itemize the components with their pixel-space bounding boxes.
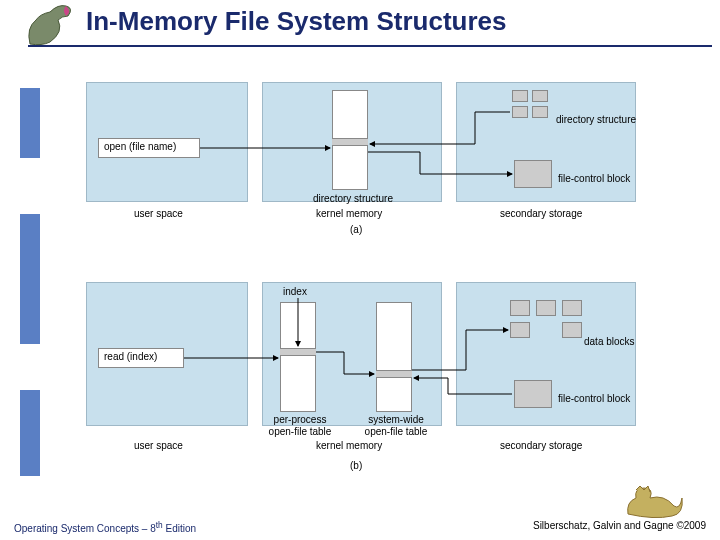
dir-cell <box>512 106 528 118</box>
per-process-table <box>280 302 316 412</box>
caption-a: (a) <box>350 224 362 235</box>
col-user-space-b: user space <box>134 440 183 451</box>
per-process-stripe <box>280 348 316 356</box>
system-wide-table <box>376 302 412 412</box>
col-user-space-a: user space <box>134 208 183 219</box>
file-control-block-b <box>514 380 552 408</box>
data-block <box>562 300 582 316</box>
data-block <box>510 300 530 316</box>
data-block <box>510 322 530 338</box>
dinosaur-left-icon <box>22 2 80 48</box>
sidebar-accent <box>20 390 40 476</box>
read-call-label: read (index) <box>104 351 157 362</box>
slide-title: In-Memory File System Structures <box>86 0 720 37</box>
sidebar-accent <box>20 88 40 158</box>
slide-footer: Operating System Concepts – 8th Edition … <box>14 520 706 534</box>
dir-cell <box>512 90 528 102</box>
file-control-block-a <box>514 160 552 188</box>
footer-left: Operating System Concepts – 8th Edition <box>14 520 196 534</box>
col-secondary-storage-b: secondary storage <box>500 440 582 451</box>
system-wide-label1: system-wide <box>354 414 438 425</box>
directory-stripe-a <box>332 138 368 146</box>
dir-cell <box>532 90 548 102</box>
dinosaur-right-icon <box>624 480 684 520</box>
col-secondary-storage-a: secondary storage <box>500 208 582 219</box>
file-control-block-label-b: file-control block <box>558 393 630 404</box>
data-block <box>562 322 582 338</box>
per-process-label1: per-process <box>258 414 342 425</box>
slide-header: In-Memory File System Structures <box>0 0 720 48</box>
system-wide-label2: open-file table <box>354 426 438 437</box>
per-process-label2: open-file table <box>258 426 342 437</box>
sidebar-accent <box>20 214 40 344</box>
directory-structure-label: directory structure <box>556 114 636 125</box>
dir-cell <box>532 106 548 118</box>
open-call-label: open (file name) <box>104 141 176 152</box>
system-wide-stripe <box>376 370 412 378</box>
arrows-a <box>0 0 720 540</box>
col-kernel-memory-a: kernel memory <box>316 208 382 219</box>
arrows-b <box>0 0 720 540</box>
directory-structure-kernel-label: directory structure <box>298 193 408 204</box>
data-block <box>536 300 556 316</box>
col-kernel-memory-b: kernel memory <box>316 440 382 451</box>
caption-b: (b) <box>350 460 362 471</box>
file-control-block-label-a: file-control block <box>558 173 630 184</box>
data-blocks-label: data blocks <box>584 336 635 347</box>
index-label: index <box>283 286 307 297</box>
title-underline <box>28 45 712 47</box>
footer-right: Silberschatz, Galvin and Gagne ©2009 <box>533 520 706 534</box>
